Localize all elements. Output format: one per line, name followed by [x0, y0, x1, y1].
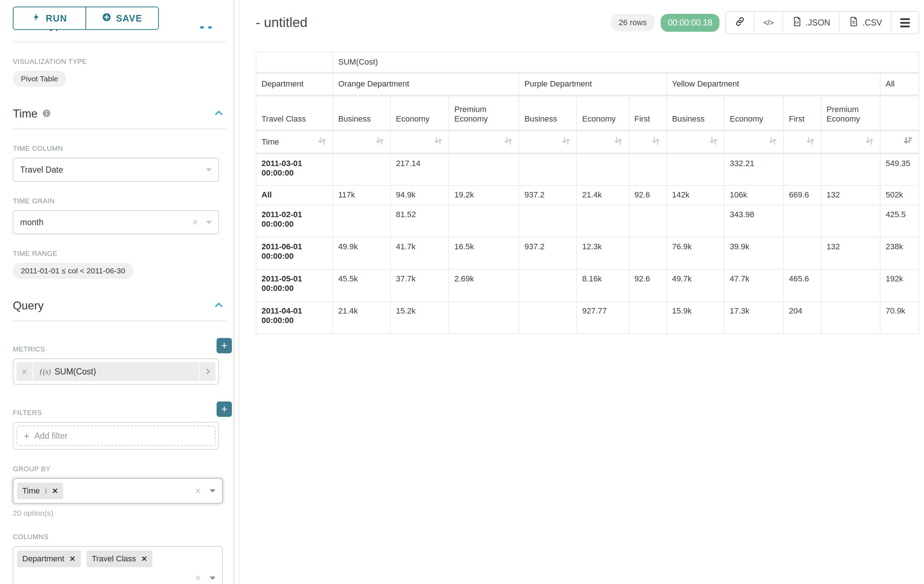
pivot-value-cell: 49.7k	[667, 269, 724, 301]
pivot-value-cell: 70.9k	[880, 301, 919, 334]
row-label: 2011-03-01 00:00:00	[256, 153, 333, 186]
sort-icon[interactable]	[708, 136, 719, 148]
clear-icon[interactable]: ×	[195, 573, 201, 583]
run-button[interactable]: RUN	[13, 7, 86, 29]
view-query-button[interactable]: </>	[754, 12, 782, 34]
time-section-title: Time	[13, 107, 38, 120]
time-column-label: TIME COLUMN	[13, 145, 239, 153]
pivot-value-cell: 132	[821, 237, 880, 269]
pivot-value-cell	[519, 301, 577, 334]
pivot-value-cell	[629, 153, 667, 186]
pivot-value-cell: 92.6	[629, 186, 667, 205]
group-by-label: GROUP BY	[13, 465, 239, 473]
export-json-button[interactable]: .JSON	[782, 12, 839, 34]
row-count-badge: 26 rows	[610, 14, 655, 31]
pivot-data-row: All117k94.9k19.2k937.221.4k92.6142k106k6…	[256, 186, 919, 205]
save-button[interactable]: SAVE	[86, 7, 158, 29]
travel-class-header: Business	[667, 95, 724, 130]
caret-down-icon[interactable]	[210, 489, 216, 493]
menu-button[interactable]	[891, 12, 919, 34]
pivot-value-cell: 76.9k	[667, 237, 724, 269]
sort-header-cell	[724, 130, 784, 153]
sort-icon[interactable]	[375, 136, 385, 148]
pivot-value-cell	[784, 153, 821, 186]
remove-token-icon[interactable]: ✕	[52, 487, 58, 495]
caret-down-icon[interactable]	[210, 577, 216, 580]
clear-icon[interactable]: ×	[192, 217, 198, 227]
corner-cell	[256, 52, 333, 72]
department-header: Purple Department	[519, 72, 667, 95]
department-header: Orange Department	[333, 72, 519, 95]
pivot-value-cell: 204	[784, 301, 821, 334]
pivot-value-cell	[821, 205, 880, 237]
group-by-select[interactable]: Time i ✕ ×	[13, 478, 223, 504]
pivot-data-row: 2011-05-01 00:00:0045.5k37.7k2.69k8.16k9…	[256, 269, 919, 301]
sort-icon[interactable]	[865, 136, 875, 148]
time-column-select[interactable]: Travel Date	[13, 158, 219, 182]
query-timer-badge: 00:00:00.18	[661, 14, 720, 32]
sort-header-cell	[449, 130, 519, 153]
add-filter-button[interactable]: +	[216, 401, 232, 417]
add-metric-button[interactable]: +	[216, 338, 232, 353]
sort-descending-icon[interactable]	[903, 136, 913, 148]
pivot-value-cell: 927.77	[577, 301, 629, 334]
plus-icon: +	[24, 430, 29, 442]
sort-icon[interactable]	[613, 136, 624, 148]
clear-icon[interactable]: ×	[195, 486, 201, 496]
plus-circle-icon	[102, 12, 111, 24]
columns-token[interactable]: Department ✕	[17, 550, 81, 567]
query-section-header: Query	[13, 299, 239, 313]
remove-token-icon[interactable]: ✕	[69, 554, 76, 563]
sidebar-scrollbar[interactable]	[233, 0, 235, 584]
add-filter-dropzone[interactable]: + Add filter	[16, 426, 216, 446]
sort-icon[interactable]	[503, 136, 513, 148]
pivot-value-cell	[333, 205, 390, 237]
sort-icon[interactable]	[651, 136, 661, 148]
caret-down-icon[interactable]	[206, 221, 212, 224]
export-csv-button[interactable]: .CSV	[839, 12, 891, 34]
pivot-value-cell	[629, 205, 667, 237]
sort-icon[interactable]	[433, 136, 443, 148]
pivot-value-cell: 465.6	[784, 269, 821, 301]
pivot-value-cell: 132	[821, 186, 880, 205]
pivot-value-cell: 142k	[667, 186, 724, 205]
sort-icon[interactable]	[317, 136, 327, 148]
sort-header-cell	[629, 130, 667, 153]
pivot-value-cell: 12.3k	[577, 237, 629, 269]
remove-metric-icon[interactable]: ×	[16, 362, 33, 381]
sort-icon[interactable]	[561, 136, 571, 148]
chevron-right-icon[interactable]	[199, 362, 216, 381]
info-icon	[42, 109, 51, 119]
sort-header-cell	[577, 130, 629, 153]
filters-label: FILTERS	[13, 409, 42, 417]
remove-token-icon[interactable]: ✕	[141, 554, 148, 563]
caret-down-icon[interactable]	[206, 168, 212, 171]
sort-header-cell	[667, 130, 724, 153]
sort-icon[interactable]	[805, 136, 815, 148]
travel-class-header: Premium Economy	[821, 95, 880, 130]
chevron-up-icon[interactable]	[214, 108, 224, 120]
department-header-row: Department Orange DepartmentPurple Depar…	[256, 72, 919, 95]
sort-icon[interactable]	[768, 136, 778, 148]
pivot-value-cell	[784, 237, 821, 269]
chart-title[interactable]: - untitled	[256, 15, 307, 30]
metric-chip[interactable]: × ƒ(x) SUM(Cost)	[16, 362, 216, 381]
pivot-value-cell	[667, 153, 724, 186]
sort-header-cell	[519, 130, 577, 153]
group-by-token[interactable]: Time i ✕	[17, 482, 63, 499]
pivot-value-cell: 117k	[333, 186, 390, 205]
pivot-data-row: 2011-02-01 00:00:0081.52343.98425.5	[256, 205, 919, 237]
time-grain-select[interactable]: month ×	[13, 210, 219, 234]
columns-token[interactable]: Travel Class ✕	[87, 550, 152, 567]
pivot-value-cell	[667, 205, 724, 237]
pivot-value-cell: 2.69k	[449, 269, 519, 301]
columns-select[interactable]: Department ✕ Travel Class ✕ ×	[13, 546, 223, 584]
pivot-value-cell: 332.21	[724, 153, 784, 186]
pivot-value-cell: 238k	[880, 237, 919, 269]
viz-type-pill[interactable]: Pivot Table	[13, 71, 66, 87]
pivot-value-cell	[784, 205, 821, 237]
time-range-pill[interactable]: 2011-01-01 ≤ col < 2011-06-30	[13, 263, 133, 279]
share-link-button[interactable]	[726, 12, 754, 34]
chevron-up-icon[interactable]	[214, 300, 224, 312]
travel-class-header-row: Travel Class BusinessEconomyPremium Econ…	[256, 95, 919, 130]
